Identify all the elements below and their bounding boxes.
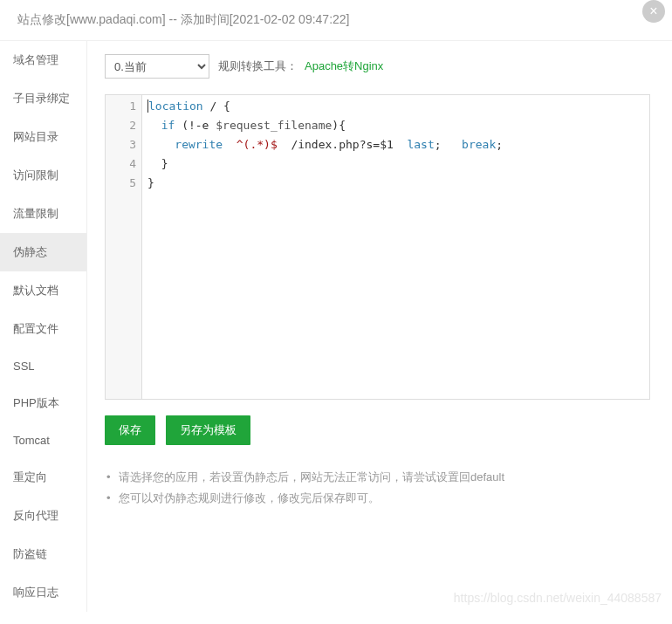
sidebar-item[interactable]: 网站目录 — [0, 118, 86, 156]
save-as-template-button[interactable]: 另存为模板 — [166, 415, 250, 445]
code-line[interactable]: } — [147, 174, 649, 193]
code-editor[interactable]: 12345 location / { if (!-e $request_file… — [105, 94, 650, 400]
code-line[interactable]: rewrite ^(.*)$ /index.php?s=$1 last; bre… — [147, 135, 649, 154]
line-number: 2 — [106, 116, 136, 135]
sidebar-item[interactable]: Tomcat — [0, 422, 86, 458]
sidebar-item[interactable]: 访问限制 — [0, 156, 86, 195]
line-number: 4 — [106, 154, 136, 174]
code-line[interactable]: if (!-e $request_filename){ — [147, 116, 649, 135]
sidebar-item[interactable]: 配置文件 — [0, 310, 86, 348]
dialog-title: 站点修改[www.padaqi.com] -- 添加时间[2021-02-02 … — [17, 12, 350, 26]
template-select[interactable]: 0.当前 — [105, 54, 209, 79]
help-item: 请选择您的应用，若设置伪静态后，网站无法正常访问，请尝试设置回default — [105, 467, 650, 488]
close-button[interactable]: × — [642, 0, 665, 23]
convert-link[interactable]: Apache转Nginx — [305, 58, 383, 74]
sidebar-item[interactable]: PHP版本 — [0, 384, 86, 422]
save-button[interactable]: 保存 — [105, 415, 155, 445]
toolbar: 0.当前 规则转换工具： Apache转Nginx — [105, 54, 650, 79]
line-number: 1 — [106, 97, 136, 116]
help-item: 您可以对伪静态规则进行修改，修改完后保存即可。 — [105, 488, 650, 509]
sidebar: 域名管理子目录绑定网站目录访问限制流量限制伪静态默认文档配置文件SSLPHP版本… — [0, 41, 87, 612]
sidebar-item[interactable]: 流量限制 — [0, 195, 86, 233]
sidebar-item[interactable]: 子目录绑定 — [0, 79, 86, 118]
button-row: 保存 另存为模板 — [105, 415, 650, 445]
line-gutter: 12345 — [106, 95, 142, 399]
dialog-header: 站点修改[www.padaqi.com] -- 添加时间[2021-02-02 … — [0, 0, 672, 41]
code-line[interactable]: location / { — [147, 97, 649, 116]
sidebar-item[interactable]: 域名管理 — [0, 41, 86, 79]
sidebar-item[interactable]: 重定向 — [0, 458, 86, 497]
tool-label: 规则转换工具： — [218, 58, 298, 74]
sidebar-item[interactable]: 反向代理 — [0, 497, 86, 535]
main-panel: 0.当前 规则转换工具： Apache转Nginx 12345 location… — [87, 41, 672, 612]
code-area[interactable]: location / { if (!-e $request_filename){… — [142, 95, 649, 399]
sidebar-item[interactable]: 伪静态 — [0, 233, 86, 271]
sidebar-item[interactable]: 响应日志 — [0, 573, 86, 612]
close-icon: × — [649, 4, 657, 18]
line-number: 5 — [106, 174, 136, 193]
sidebar-item[interactable]: 默认文档 — [0, 271, 86, 310]
sidebar-item[interactable]: 防盗链 — [0, 535, 86, 573]
sidebar-item[interactable]: SSL — [0, 348, 86, 384]
line-number: 3 — [106, 135, 136, 154]
dialog-body: 域名管理子目录绑定网站目录访问限制流量限制伪静态默认文档配置文件SSLPHP版本… — [0, 41, 672, 612]
help-list: 请选择您的应用，若设置伪静态后，网站无法正常访问，请尝试设置回default您可… — [105, 467, 650, 509]
code-line[interactable]: } — [147, 154, 649, 174]
